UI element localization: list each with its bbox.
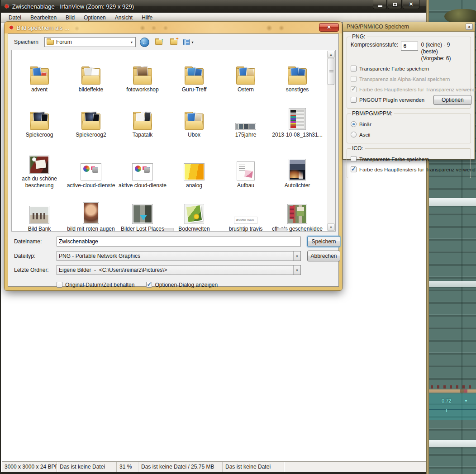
file-item-175jahre[interactable]: 175jahre <box>220 94 271 139</box>
panel-titlebar[interactable]: PNG/PNM/ICO Speichern x <box>343 22 475 32</box>
folder-combobox[interactable]: Forum ▼ <box>44 37 136 47</box>
checkbox-box[interactable] <box>146 282 152 288</box>
checkbox-original-datum-zeit-behalten[interactable]: Original-Datum/Zeit behalten <box>57 281 134 289</box>
filetype-dropdown[interactable]: PNG - Portable Network Graphics ▼ <box>57 251 301 261</box>
file-item-advent[interactable]: advent <box>14 51 65 94</box>
status-cell: Das ist keine Datei <box>223 462 284 472</box>
chevron-down-icon[interactable]: ▼ <box>128 38 135 47</box>
file-label: fotoworkshop <box>126 86 158 93</box>
radio-label: Binär <box>359 122 371 127</box>
checkbox-optionen-dialog-anzeigen[interactable]: Optionen-Dialog anzeigen <box>146 281 218 289</box>
checkbox-box[interactable] <box>57 282 62 288</box>
irfanview-dialog-icon: ✸ <box>9 24 14 31</box>
checkbox-box[interactable] <box>351 166 357 172</box>
folder-icon <box>29 66 50 85</box>
back-button[interactable]: ← <box>140 38 149 47</box>
checkbox-label: Original-Datum/Zeit behalten <box>65 282 134 288</box>
filename-input[interactable] <box>57 237 301 246</box>
file-item-analog[interactable]: analog <box>168 139 220 190</box>
folder-icon <box>47 40 54 45</box>
partial-next-row-icon <box>277 228 287 231</box>
lastfolder-dropdown[interactable]: Eigene Bilder - <C:\Users\reinarz\Pictur… <box>57 265 301 275</box>
checkbox-farbe-des-hauptfensters-f-r-transparenz-verwend[interactable]: Farbe des Hauptfensters für Transparenz … <box>351 85 468 93</box>
file-item-bild-mit-roten-augen[interactable]: bild mit roten augen <box>65 190 117 233</box>
file-item-ubox[interactable]: Ubox <box>168 94 220 139</box>
checkbox-box[interactable] <box>351 97 357 103</box>
file-item-brushtip-travis[interactable]: brushtip travis <box>220 190 271 233</box>
save-dialog-title: Bild speichern als ... <box>17 24 69 31</box>
menu-item-bearbeiten[interactable]: Bearbeiten <box>26 14 61 22</box>
status-cell: 3000 x 3000 x 24 BPP <box>2 462 57 472</box>
folder-icon <box>29 111 50 130</box>
vertical-scrollbar[interactable]: ▲ ▼ <box>327 51 335 231</box>
image-icon <box>184 163 205 180</box>
scrollbar-thumb[interactable] <box>328 58 334 85</box>
radio-box[interactable] <box>351 132 357 137</box>
save-dialog-titlebar[interactable]: ✸ Bild speichern als ... ✕ <box>5 22 342 33</box>
panel-close-button[interactable]: x <box>466 24 473 30</box>
panel-title: PNG/PNM/ICO Speichern <box>347 24 409 30</box>
menu-item-datei[interactable]: Datei <box>5 14 25 22</box>
file-item-bilder-lost-places[interactable]: Bilder Lost Places <box>117 190 168 233</box>
scroll-down-arrow[interactable]: ▼ <box>327 223 335 231</box>
file-item-spiekeroog[interactable]: Spiekeroog <box>14 94 65 139</box>
checkbox-transparente-farbe-speichern[interactable]: Transparente Farbe speichern <box>351 155 468 163</box>
file-item-bodenwelten[interactable]: Bodenwelten <box>168 190 220 233</box>
compression-row: Kompressionsstufe: 0 (keine) - 9 (beste)… <box>351 42 468 62</box>
compression-input[interactable] <box>401 42 418 51</box>
png-group-label: PNG: <box>351 33 367 40</box>
file-item-bild-bank[interactable]: Bild Bank <box>14 190 65 233</box>
checkbox-farbe-des-hauptfensters-f-r-transparenz-verwend[interactable]: Farbe des Hauptfensters für Transparenz … <box>351 166 468 173</box>
file-item-tapatalk[interactable]: Tapatalk <box>117 94 168 139</box>
file-item-bildeffekte[interactable]: bildeffekte <box>65 51 117 94</box>
menu-item-ansicht[interactable]: Ansicht <box>111 14 137 22</box>
save-button[interactable]: Speichern <box>307 236 340 247</box>
chevron-down-icon[interactable]: ▼ <box>293 265 300 275</box>
file-item-sonstiges[interactable]: sonstiges <box>271 51 323 94</box>
file-item-fotoworkshop[interactable]: fotoworkshop <box>117 51 168 94</box>
title-bar[interactable]: ✸ Zwischenablage - IrfanView (Zoom: 929 … <box>1 0 426 13</box>
radio-bin-r[interactable]: Binär <box>351 120 468 128</box>
status-cell: Das ist keine Datei <box>57 462 117 472</box>
file-item-aufbau[interactable]: Aufbau <box>220 139 271 190</box>
new-folder-button[interactable]: ✦ <box>168 37 179 47</box>
png-options-panel: PNG/PNM/ICO Speichern x PNG: Kompression… <box>343 22 475 160</box>
radio-box[interactable] <box>351 121 357 127</box>
hud-tick-band <box>423 389 476 393</box>
up-one-level-button[interactable]: ↑ <box>153 37 164 47</box>
cancel-button[interactable]: Abbrechen <box>307 251 340 261</box>
file-item-aktive-cloud-dienste[interactable]: aktive cloud-dienste <box>117 139 168 190</box>
file-label: Ubox <box>188 132 200 138</box>
file-item-2013-10-08-13h31[interactable]: 2013-10-08_13h31... <box>271 94 323 139</box>
file-item-ach-du-sch-ne[interactable]: ach du schönebescherung <box>14 139 65 190</box>
close-button[interactable]: ✕ <box>403 0 419 9</box>
lastfolder-value: Eigene Bilder - <C:\Users\reinarz\Pictur… <box>59 267 167 273</box>
radio-ascii[interactable]: Ascii <box>351 131 468 138</box>
menu-item-bild[interactable]: Bild <box>62 14 79 22</box>
checkbox-box[interactable] <box>351 66 357 71</box>
checkbox-box[interactable] <box>351 156 357 162</box>
menu-item-optionen[interactable]: Optionen <box>80 14 110 22</box>
checkbox-pngout-plugin-verwenden[interactable]: PNGOUT PlugIn verwendenOptionen <box>351 96 468 104</box>
view-menu-button[interactable]: ▼ <box>183 37 194 47</box>
file-item-cfb-als-geschenkidee[interactable]: cfb als geschenkidee <box>271 190 323 233</box>
dialog-close-button[interactable]: ✕ <box>319 23 339 32</box>
maximize-button[interactable] <box>388 0 402 9</box>
menu-item-hilfe[interactable]: Hilfe <box>138 14 157 22</box>
file-item-active-cloud-dienste[interactable]: active-cloud-dienste <box>65 139 117 190</box>
chevron-down-icon[interactable]: ▼ <box>293 251 300 261</box>
optionen-button[interactable]: Optionen <box>433 95 471 105</box>
checkbox-transparenz-als-alpha-kanal-speichern[interactable]: Transparenz als Alpha-Kanal speichern <box>351 75 468 83</box>
file-item-spiekeroog2[interactable]: Spiekeroog2 <box>65 94 117 139</box>
file-label: active-cloud-dienste <box>67 182 115 189</box>
scroll-up-arrow[interactable]: ▲ <box>327 51 335 58</box>
checkbox-transparente-farbe-speichern[interactable]: Transparente Farbe speichern <box>351 65 468 72</box>
file-item-ostern[interactable]: Ostern <box>220 51 271 94</box>
minimize-button[interactable] <box>373 0 387 9</box>
file-item-guru-treff[interactable]: Guru-Treff <box>168 51 220 94</box>
status-cell <box>284 462 426 472</box>
folder-icon <box>80 111 102 130</box>
checkbox-box <box>351 86 357 92</box>
hud-marker-icon: ▼ <box>464 399 468 403</box>
file-item-autolichter[interactable]: Autolichter <box>271 139 323 190</box>
